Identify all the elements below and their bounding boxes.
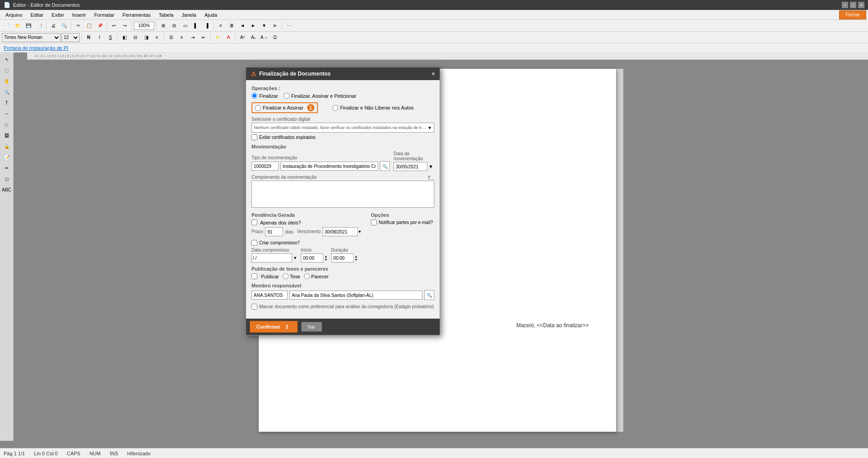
publicacao-label: Publicação de teses e pareceres xyxy=(251,266,434,272)
cancel-button[interactable]: har xyxy=(301,322,322,332)
data-compromisso-input[interactable] xyxy=(251,253,292,262)
complemento-textarea[interactable] xyxy=(251,181,434,208)
pendencia-section: Pendência Gerada Apenas dos úteis? Prazo… xyxy=(251,212,365,236)
t-icon[interactable]: T... xyxy=(427,175,434,181)
tese-option[interactable]: Tese xyxy=(283,273,300,279)
radio-fap-label: Finalizar, Assinar e Peticionar xyxy=(291,93,356,99)
radio-fap-input[interactable] xyxy=(284,93,289,99)
badge-1: 1 xyxy=(307,104,314,111)
compromisso-group: Criar compromisso? Data compromisso ▼ In… xyxy=(251,240,434,262)
membro-name-input[interactable] xyxy=(289,291,422,300)
exibir-expirados-checkbox[interactable] xyxy=(251,134,257,140)
membro-row: 🔍 xyxy=(251,290,434,300)
data-compromisso-field: Data compromisso ▼ xyxy=(251,248,297,262)
radio-group-2: Finalizar e Assinar 1 Finalizar e Não Li… xyxy=(251,102,434,113)
membro-code-input[interactable] xyxy=(251,291,288,300)
radio-finalizar-assinar[interactable]: Finalizar e Assinar 1 xyxy=(251,102,318,113)
radio-finalizar-input[interactable] xyxy=(251,93,257,99)
parecer-option[interactable]: Parecer xyxy=(304,273,329,279)
complemento-label: Complemento da movimentação xyxy=(251,175,317,180)
notificar-item: Notificar partes por e-mail? xyxy=(371,219,434,225)
vencimento-arrow: ▼ xyxy=(358,229,362,234)
notificar-checkbox[interactable] xyxy=(371,219,377,225)
opcoes-section: Opções Notificar partes por e-mail? xyxy=(371,212,434,236)
duracao-spinner[interactable]: ▲▼ xyxy=(355,255,358,261)
apenas-uteis-checkbox[interactable] xyxy=(251,219,257,225)
parecer-radio[interactable] xyxy=(304,273,310,279)
marcar-preferencial-item: Marcar documento como preferencial para … xyxy=(251,304,434,310)
membro-search-button[interactable]: 🔍 xyxy=(424,290,434,300)
data-compromisso-arrow: ▼ xyxy=(293,256,297,260)
vencimento-input[interactable] xyxy=(323,227,358,236)
duracao-field: Duração ▲▼ xyxy=(331,248,358,262)
movimentacao-row: 🔍 xyxy=(251,161,390,171)
marcar-preferencial-label: Marcar documento como preferencial para … xyxy=(259,304,434,309)
radio-finalizar-label: Finalizar xyxy=(259,93,278,99)
membro-group: Membro responsável 🔍 xyxy=(251,283,434,300)
inicio-spinner[interactable]: ▲▼ xyxy=(324,255,327,261)
radio-fa-input[interactable] xyxy=(255,105,261,111)
dialog-titlebar: ⚠ Finalização de Documentos × xyxy=(246,67,440,80)
radio-fa-label: Finalizar e Assinar xyxy=(263,105,304,110)
marcar-preferencial-checkbox[interactable] xyxy=(251,304,257,310)
radio-finalizar-nao-liberar[interactable]: Finalizar e Não Liberar nos Autos xyxy=(332,102,414,113)
opcoes-label: Opções xyxy=(371,212,434,218)
publicacao-group: Publicação de teses e pareceres Publicar… xyxy=(251,266,434,279)
dias-label: dias xyxy=(285,229,293,234)
dialog-overlay: ⚠ Finalização de Documentos × Operações … xyxy=(0,0,868,458)
prazo-input[interactable] xyxy=(265,227,283,236)
movimentacao-label: Movimentação xyxy=(251,144,434,149)
operations-label: Operações : xyxy=(251,86,434,91)
complemento-group: Complemento da movimentação T... xyxy=(251,175,434,209)
data-movimentacao-label: Data da movimentação xyxy=(394,151,434,161)
radio-finalizar-assinar-peticionar[interactable]: Finalizar, Assinar e Peticionar xyxy=(284,93,356,99)
apenas-uteis-label: Apenas dos úteis? xyxy=(260,220,301,225)
cancel-label: har xyxy=(308,324,315,329)
parecer-label: Parecer xyxy=(311,274,329,279)
radio-fnl-label: Finalizar e Não Liberar nos Autos xyxy=(340,105,414,110)
tipo-movimentacao-desc[interactable] xyxy=(280,162,378,171)
dialog-footer: Confirmar 2 har xyxy=(246,319,440,335)
inicio-label: Início xyxy=(301,248,327,253)
cert-arrow-icon: ▼ xyxy=(427,125,432,130)
duracao-label: Duração xyxy=(331,248,358,253)
criar-compromisso-label: Criar compromisso? xyxy=(259,240,299,245)
radio-fnl-input[interactable] xyxy=(332,105,338,111)
data-movimentacao-input[interactable] xyxy=(394,162,427,171)
criar-compromisso-item: Criar compromisso? xyxy=(251,240,434,246)
tipo-movimentacao-code[interactable] xyxy=(251,162,279,171)
certificado-group: Selecione o certificado digital Nenhum c… xyxy=(251,117,434,140)
membro-label: Membro responsável xyxy=(251,283,434,288)
tipo-movimentacao-label: Tipo de movimentação xyxy=(251,155,390,160)
tipo-movimentacao-search-button[interactable]: 🔍 xyxy=(380,161,390,171)
radio-finalizar[interactable]: Finalizar xyxy=(251,93,278,99)
tese-label: Tese xyxy=(290,274,300,279)
badge-2: 2 xyxy=(284,323,291,330)
criar-compromisso-checkbox[interactable] xyxy=(251,240,257,246)
dialog-title: Finalização de Documentos xyxy=(259,71,331,77)
operations-group: Operações : Finalizar Finalizar, Assinar… xyxy=(251,86,434,113)
publicar-label: Publicar xyxy=(261,274,279,279)
duracao-input[interactable] xyxy=(331,253,354,262)
data-compromisso-label: Data compromisso xyxy=(251,248,297,253)
tese-radio[interactable] xyxy=(283,273,289,279)
publicacao-row: Publicar Tese Parecer xyxy=(251,273,434,279)
dialog-body: Operações : Finalizar Finalizar, Assinar… xyxy=(246,80,440,319)
dialog-close-button[interactable]: × xyxy=(432,70,435,77)
pendencia-opcoes-row: Pendência Gerada Apenas dos úteis? Prazo… xyxy=(251,212,434,236)
exibir-expirados-label: Exibir certificados expirados xyxy=(259,135,316,140)
prazo-label: Prazo xyxy=(251,229,263,234)
certificado-label: Selecione o certificado digital xyxy=(251,117,434,122)
notificar-label: Notificar partes por e-mail? xyxy=(379,220,433,225)
finalizacao-dialog: ⚠ Finalização de Documentos × Operações … xyxy=(246,67,440,335)
confirm-button[interactable]: Confirmar 2 xyxy=(250,321,298,333)
exibir-expirados-item: Exibir certificados expirados xyxy=(251,134,434,140)
cert-dropdown[interactable]: Nenhum certificado válido instalado, fav… xyxy=(251,123,434,133)
movimentacao-group: Movimentação Tipo de movimentação 🔍 Data… xyxy=(251,144,434,171)
inicio-field: Início ▲▼ xyxy=(301,248,327,262)
vencimento-label: Vencimento xyxy=(297,229,320,234)
publicar-checkbox[interactable] xyxy=(251,273,257,279)
confirm-label: Confirmar xyxy=(256,324,280,329)
inicio-input[interactable] xyxy=(301,253,323,262)
data-movimentacao-arrow: ▼ xyxy=(428,164,433,169)
